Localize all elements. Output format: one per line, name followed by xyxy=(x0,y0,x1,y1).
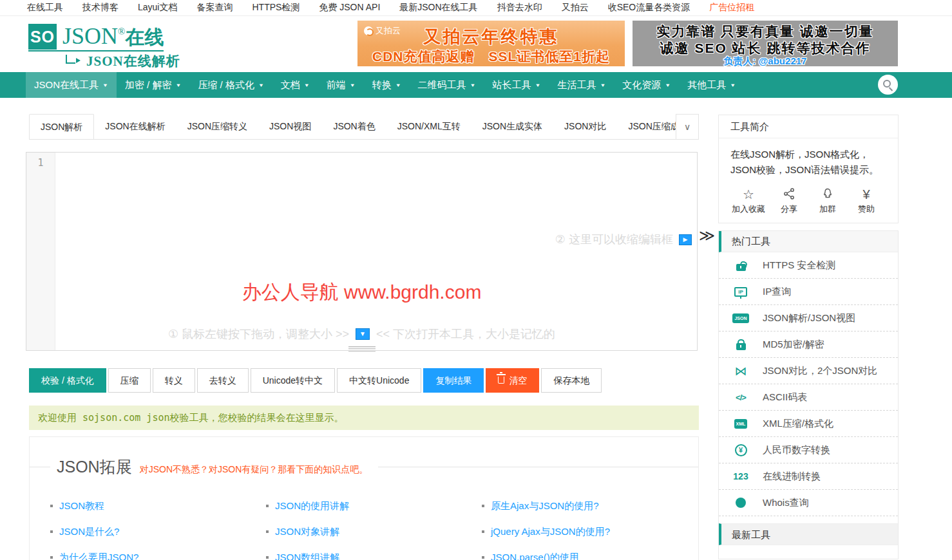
collapse-play-icon[interactable]: ▶ xyxy=(679,234,692,245)
tool-item-whois[interactable]: Whois查询 xyxy=(719,490,898,516)
join-group-action[interactable]: 加群 xyxy=(813,187,843,215)
json-link[interactable]: JSON的使用讲解 xyxy=(275,500,349,512)
bullet-icon xyxy=(482,556,484,559)
list-item: JSON教程 xyxy=(50,493,266,519)
editor-gutter: 1 xyxy=(26,153,55,350)
validate-format-button[interactable]: 校验 / 格式化 xyxy=(29,368,106,393)
site-logo[interactable]: SO JSON®在线 JSON在线解析 xyxy=(28,19,180,71)
tool-item-json-diff[interactable]: ⋈ JSON对比，2个JSON对比 xyxy=(719,358,898,384)
search-icon xyxy=(883,80,891,88)
list-item: JSON数组讲解 xyxy=(266,545,482,560)
share-action[interactable]: 分享 xyxy=(774,187,804,215)
resize-caret-icon[interactable]: ▼ xyxy=(356,328,370,340)
json-expand-section: JSON拓展 对JSON不熟悉？对JSON有疑问？那看下面的知识点吧。 JSON… xyxy=(29,436,699,560)
json-link[interactable]: JSON教程 xyxy=(59,500,104,512)
topbar-link[interactable]: 抖音去水印 xyxy=(497,2,542,14)
topbar-link[interactable]: 最新JSON在线工具 xyxy=(399,2,477,14)
topbar-link[interactable]: 又拍云 xyxy=(562,2,589,14)
nav-item-docs[interactable]: 文档▼ xyxy=(272,72,318,98)
caret-down-icon: ▼ xyxy=(258,82,264,88)
nav-item-convert[interactable]: 转换▼ xyxy=(364,72,410,98)
bullet-icon xyxy=(482,505,484,507)
tool-item-https-check[interactable]: HTTPS 安全检测 xyxy=(719,252,898,279)
tab-json-entity[interactable]: JSON生成实体 xyxy=(471,114,553,139)
escape-button[interactable]: 转义 xyxy=(153,368,195,393)
topbar-link[interactable]: HTTPS检测 xyxy=(252,2,300,14)
compress-button[interactable]: 压缩 xyxy=(108,368,151,393)
nav-item-webmaster[interactable]: 站长工具▼ xyxy=(484,72,549,98)
topbar-link[interactable]: 收SEO流量各类资源 xyxy=(608,2,690,14)
tab-json-parse[interactable]: JSON解析 xyxy=(29,114,94,140)
collapse-editor-icon[interactable]: ≫ xyxy=(699,227,715,245)
save-local-button[interactable]: 保存本地 xyxy=(541,368,602,393)
json-link[interactable]: 为什么要用JSON? xyxy=(59,552,138,560)
unicode-to-chinese-button[interactable]: Unicode转中文 xyxy=(251,368,335,393)
tool-item-rmb-convert[interactable]: ¥ 人民币数字转换 xyxy=(719,437,898,463)
divider xyxy=(30,467,50,467)
tab-json-diff[interactable]: JSON对比 xyxy=(553,114,617,139)
list-item: JSON.parse()的使用 xyxy=(482,545,698,560)
tool-item-ascii[interactable]: </> ASCII码表 xyxy=(719,384,898,411)
expand-header: JSON拓展 对JSON不熟悉？对JSON有疑问？那看下面的知识点吧。 xyxy=(30,456,698,478)
action-buttons: 校验 / 格式化 压缩 转义 去转义 Unicode转中文 中文转Unicode… xyxy=(29,368,602,393)
favorite-action[interactable]: ☆ 加入收藏 xyxy=(732,187,765,215)
caret-down-icon: ▼ xyxy=(730,82,736,88)
nav-item-culture[interactable]: 文化资源▼ xyxy=(614,72,679,98)
topbar-link[interactable]: 免费 JSON API xyxy=(319,2,380,14)
yuan-circle-icon: ¥ xyxy=(732,444,750,456)
caret-down-icon: ▼ xyxy=(395,82,401,88)
nav-item-json-tools[interactable]: JSON在线工具▼ xyxy=(26,72,117,98)
unescape-button[interactable]: 去转义 xyxy=(197,368,249,393)
editor-input-area[interactable] xyxy=(55,153,697,350)
result-message-bar: 欢迎使用 sojson.com json校验工具，您校验的结果会在这里显示。 xyxy=(29,406,699,430)
topbar-link[interactable]: 在线工具 xyxy=(27,2,63,14)
lock-icon xyxy=(732,339,750,350)
nav-item-compress-format[interactable]: 压缩 / 格式化▼ xyxy=(189,72,272,98)
topbar-link[interactable]: 技术博客 xyxy=(82,2,119,14)
seo-ad-banner[interactable]: 实力靠谱 只要有真量 诚邀一切量 诚邀 SEO 站长 跳转等技术合作 负责人: … xyxy=(633,21,898,66)
json-link[interactable]: JSON数组讲解 xyxy=(275,552,339,560)
topbar-link-ad[interactable]: 广告位招租 xyxy=(709,2,754,14)
divider xyxy=(378,467,698,467)
nav-item-other[interactable]: 其他工具▼ xyxy=(679,72,744,98)
nav-item-encrypt[interactable]: 加密 / 解密▼ xyxy=(117,72,189,98)
collapse-hint-text: ② 这里可以收缩编辑框 xyxy=(555,232,673,247)
tool-item-radix-convert[interactable]: 123 在线进制转换 xyxy=(719,463,898,490)
hot-tools-title: 热门工具 xyxy=(719,231,898,252)
topbar-link[interactable]: Layui文档 xyxy=(138,2,177,14)
code-icon: </> xyxy=(732,393,750,402)
logo-so-box: SO xyxy=(28,24,57,50)
tab-json-xml[interactable]: JSON/XML互转 xyxy=(386,114,471,139)
trash-icon xyxy=(498,377,504,384)
donate-action[interactable]: ¥ 赞助 xyxy=(852,187,881,215)
json-link[interactable]: jQuery Ajax与JSON的使用? xyxy=(491,526,610,538)
json-link[interactable]: JSON.parse()的使用 xyxy=(491,552,579,560)
tool-item-md5[interactable]: MD5加密/解密 xyxy=(719,331,898,358)
tool-item-ip-lookup[interactable]: IP IP查询 xyxy=(719,279,898,305)
resize-hint-right: << 下次打开本工具，大小是记忆的 xyxy=(376,326,555,342)
tool-item-xml-format[interactable]: XML XML压缩/格式化 xyxy=(719,411,898,437)
clear-button[interactable]: 清空 xyxy=(486,368,539,393)
copy-result-button[interactable]: 复制结果 xyxy=(423,368,484,393)
chinese-to-unicode-button[interactable]: 中文转Unicode xyxy=(337,368,421,393)
json-link[interactable]: JSON是什么? xyxy=(59,526,119,538)
tool-item-json-parse-view[interactable]: JSON JSON解析/JSON视图 xyxy=(719,305,898,331)
tab-json-online-parse[interactable]: JSON在线解析 xyxy=(94,114,176,139)
tab-json-view[interactable]: JSON视图 xyxy=(258,114,322,139)
search-button[interactable] xyxy=(878,75,898,95)
globe-icon xyxy=(732,498,750,508)
nav-item-qrcode[interactable]: 二维码工具▼ xyxy=(410,72,484,98)
tabs-overflow-button[interactable]: ∨ xyxy=(676,114,699,140)
tab-json-color[interactable]: JSON着色 xyxy=(322,114,386,139)
json-link[interactable]: JSON对象讲解 xyxy=(275,526,339,538)
topbar-link[interactable]: 备案查询 xyxy=(196,2,233,14)
nav-item-frontend[interactable]: 前端▼ xyxy=(318,72,364,98)
tab-json-compress-escape[interactable]: JSON压缩转义 xyxy=(176,114,258,139)
nav-item-life[interactable]: 生活工具▼ xyxy=(549,72,614,98)
editor-resize-handle[interactable] xyxy=(348,346,376,351)
json-link[interactable]: 原生Ajax与JSON的使用? xyxy=(491,500,599,512)
registered-mark-icon: ® xyxy=(118,26,125,37)
upyun-promo-banner[interactable]: 又拍云 又拍云年终特惠 CDN充值高返赠 SSL证书低至1折起 xyxy=(357,21,625,66)
caret-down-icon: ▼ xyxy=(470,82,476,88)
lock-open-icon xyxy=(732,259,750,271)
